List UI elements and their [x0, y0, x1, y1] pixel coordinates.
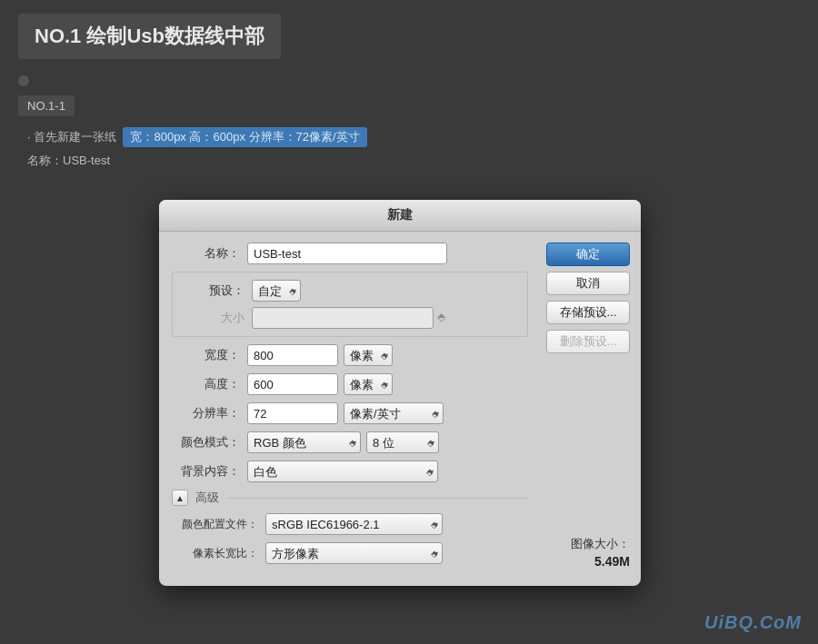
advanced-line: [226, 498, 528, 499]
name-input[interactable]: [247, 243, 447, 264]
color-profile-wrapper: sRGB IEC61966-2.1 ▾: [265, 513, 443, 535]
name-field-label: 名称：: [172, 245, 240, 262]
height-row: 高度： 像素 ▾: [172, 373, 528, 395]
pixel-aspect-row: 像素长宽比： 方形像素 ▾: [172, 542, 528, 564]
dialog-form: 名称： 预设： 自定 ▾: [159, 243, 541, 571]
advanced-toggle-btn[interactable]: ▲: [172, 490, 188, 506]
size-label: 大小: [176, 310, 244, 326]
image-size-section: 图像大小： 5.49M: [546, 535, 630, 572]
dialog-buttons: 确定 取消 存储预设... 删除预设... 图像大小： 5.49M: [541, 243, 641, 571]
dialog-title: 新建: [159, 200, 641, 232]
bit-depth-wrapper: 8 位 ▾: [366, 431, 439, 453]
cancel-button[interactable]: 取消: [546, 272, 630, 295]
decorative-dot: [18, 75, 29, 86]
width-unit-wrapper: 像素 ▾: [344, 344, 393, 366]
width-unit-select[interactable]: 像素: [344, 344, 393, 366]
bg-row: 背景内容： 白色 ▾: [172, 461, 528, 482]
delete-preset-button[interactable]: 删除预设...: [546, 330, 630, 353]
height-input[interactable]: [247, 373, 338, 395]
size-arrows: ⬘: [437, 311, 445, 323]
bg-select[interactable]: 白色: [247, 461, 438, 482]
bg-label: 背景内容：: [172, 463, 240, 480]
size-input: [252, 307, 434, 329]
height-unit-select[interactable]: 像素: [344, 373, 393, 395]
pixel-aspect-select[interactable]: 方形像素: [265, 542, 443, 564]
color-profile-select[interactable]: sRGB IEC61966-2.1: [265, 513, 443, 535]
resolution-row: 分辨率： 像素/英寸 ▾: [172, 402, 528, 424]
pixel-aspect-wrapper: 方形像素 ▾: [265, 542, 443, 564]
color-mode-label: 颜色模式：: [172, 434, 240, 451]
advanced-section: ▲ 高级: [172, 490, 528, 506]
preset-section: 预设： 自定 ▾ 大小 ⬘: [172, 272, 528, 337]
color-profile-label: 颜色配置文件：: [172, 517, 258, 532]
height-unit-wrapper: 像素 ▾: [344, 373, 393, 395]
image-size-label: 图像大小：: [546, 535, 630, 553]
width-input[interactable]: [247, 344, 338, 366]
title-box: NO.1 绘制Usb数据线中部: [18, 14, 281, 59]
pixel-aspect-label: 像素长宽比：: [172, 546, 258, 561]
preset-select-wrapper: 自定 ▾: [252, 280, 301, 302]
watermark: UiBQ.CoM: [704, 612, 802, 633]
preset-label: 预设：: [176, 282, 244, 299]
page-title: NO.1 绘制Usb数据线中部: [35, 25, 264, 47]
resolution-unit-wrapper: 像素/英寸 ▾: [344, 402, 444, 424]
preset-select[interactable]: 自定: [252, 280, 301, 302]
bg-select-wrapper: 白色 ▾: [247, 461, 438, 482]
color-profile-row: 颜色配置文件： sRGB IEC61966-2.1 ▾: [172, 513, 528, 535]
color-mode-wrapper: RGB 颜色 ▾: [247, 431, 361, 453]
size-row: 大小 ⬘: [176, 307, 524, 329]
dialog-body: 名称： 预设： 自定 ▾: [159, 232, 641, 586]
resolution-unit-select[interactable]: 像素/英寸: [344, 402, 444, 424]
instruction-line: · 首先新建一张纸 宽：800px 高：600px 分辨率：72像素/英寸: [18, 127, 800, 147]
resolution-label: 分辨率：: [172, 405, 240, 421]
resolution-input[interactable]: [247, 402, 338, 424]
color-mode-select[interactable]: RGB 颜色: [247, 431, 361, 453]
instruction-highlight: 宽：800px 高：600px 分辨率：72像素/英寸: [123, 127, 366, 147]
section-label: NO.1-1: [18, 95, 75, 116]
color-mode-row: 颜色模式： RGB 颜色 ▾ 8 位 ▾: [172, 431, 528, 453]
image-size-value: 5.49M: [546, 552, 630, 571]
bit-depth-select[interactable]: 8 位: [366, 431, 439, 453]
height-label: 高度：: [172, 376, 240, 392]
new-document-dialog: 新建 名称： 预设： 自定 ▾: [159, 200, 641, 586]
advanced-label: 高级: [195, 490, 219, 506]
ok-button[interactable]: 确定: [546, 243, 630, 266]
save-preset-button[interactable]: 存储预设...: [546, 301, 630, 324]
width-label: 宽度：: [172, 347, 240, 363]
instruction-bullet: · 首先新建一张纸: [27, 129, 123, 145]
page-background: NO.1 绘制Usb数据线中部 NO.1-1 · 首先新建一张纸 宽：800px…: [0, 0, 818, 644]
spacer: [546, 359, 630, 522]
width-row: 宽度： 像素 ▾: [172, 344, 528, 366]
preset-row: 预设： 自定 ▾: [176, 280, 524, 302]
name-line: 名称：USB-test: [18, 153, 800, 169]
name-row: 名称：: [172, 243, 528, 264]
